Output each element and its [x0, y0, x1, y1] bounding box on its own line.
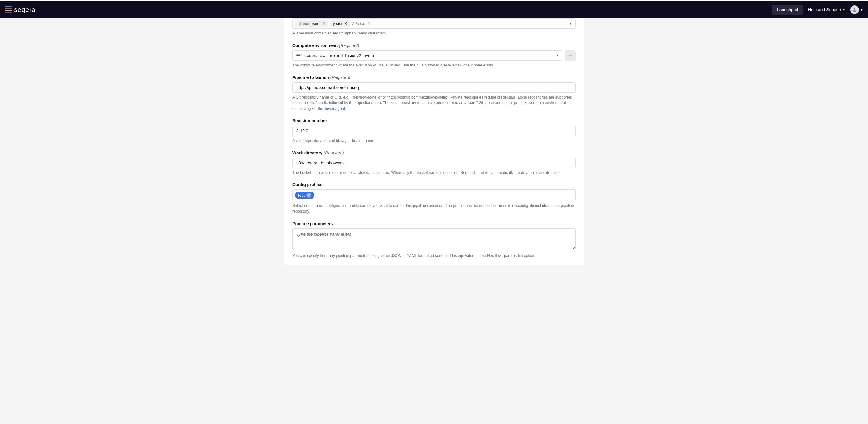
labels-help-text: A label must contain at least 2 alphanum…	[292, 31, 576, 36]
compute-environment-help: The compute environment where the execut…	[292, 63, 576, 68]
header-right: Launchpad Help and Support ▼ ▼	[772, 5, 863, 14]
tower-agent-link[interactable]: Tower agent	[324, 106, 345, 111]
form-card: aligner_rsem ✕ yeast ✕ ▼ A label must co…	[284, 18, 584, 265]
pipeline-to-launch-label: Pipeline to launch (Required)	[292, 75, 576, 80]
work-directory-input[interactable]	[292, 158, 576, 168]
main-content: aligner_rsem ✕ yeast ✕ ▼ A label must co…	[0, 18, 868, 265]
compute-environment-value: seqera_aws_ireland_fusionv2_nvme	[305, 53, 374, 58]
compute-environment-row: aws seqera_aws_ireland_fusionv2_nvme ▼ +	[292, 50, 576, 61]
required-marker: (Required)	[330, 75, 350, 80]
add-compute-environment-button[interactable]: +	[565, 50, 576, 61]
pipeline-parameters-label: Pipeline parameters	[292, 221, 576, 226]
config-profiles-label: Config profiles	[292, 182, 576, 187]
revision-number-label: Revision number	[292, 118, 576, 123]
launchpad-button[interactable]: Launchpad	[772, 5, 803, 14]
labels-input[interactable]: aligner_rsem ✕ yeast ✕ ▼	[292, 18, 576, 29]
label-chip: aligner_rsem ✕	[295, 21, 329, 27]
compute-environment-label: Compute environment (Required)	[292, 43, 576, 48]
close-icon[interactable]: ✕	[322, 21, 326, 26]
config-profiles-help: Select one or more configuration profile…	[292, 203, 576, 215]
avatar	[850, 5, 859, 14]
config-profiles-input[interactable]: test ✕	[292, 189, 576, 201]
pipeline-to-launch-group: Pipeline to launch (Required) A Git repo…	[292, 75, 576, 112]
help-support-label: Help and Support	[808, 7, 841, 12]
app-header: seqera Launchpad Help and Support ▼ ▼	[0, 1, 868, 18]
help-text-post: .	[345, 106, 346, 111]
label-text: Compute environment	[292, 43, 338, 48]
logo-icon	[5, 6, 11, 13]
chevron-down-icon: ▼	[556, 54, 559, 57]
revision-number-input[interactable]	[292, 126, 576, 136]
profile-chip-text: test	[298, 193, 305, 198]
config-profiles-group: Config profiles test ✕ Select one or mor…	[292, 182, 576, 215]
label-text: Pipeline to launch	[292, 75, 329, 80]
required-marker: (Required)	[323, 151, 344, 155]
pipeline-parameters-group: Pipeline parameters You can specify here…	[292, 221, 576, 259]
pipeline-parameters-textarea[interactable]	[292, 228, 576, 250]
label-chip-text: aligner_rsem	[298, 21, 320, 26]
revision-help-text: A valid repository commit Id, tag or bra…	[292, 138, 576, 144]
help-support-menu[interactable]: Help and Support ▼	[808, 7, 845, 12]
user-menu[interactable]: ▼	[850, 5, 863, 14]
svg-point-0	[854, 8, 856, 10]
label-chip-text: yeast	[333, 21, 342, 26]
chevron-down-icon: ▼	[842, 8, 845, 11]
aws-icon: aws	[296, 54, 302, 57]
revision-number-group: Revision number A valid repository commi…	[292, 118, 576, 144]
work-directory-label: Work directory (Required)	[292, 151, 576, 155]
close-icon[interactable]: ✕	[306, 193, 311, 198]
label-chip: yeast ✕	[330, 21, 350, 27]
brand-name: seqera	[14, 6, 35, 14]
profile-chip: test ✕	[295, 192, 314, 199]
brand-logo[interactable]: seqera	[5, 6, 35, 14]
pipeline-parameters-help: You can specify here any pipeline parame…	[292, 253, 576, 259]
label-text: Work directory	[292, 151, 322, 155]
required-marker: (Required)	[339, 43, 359, 48]
chevron-down-icon[interactable]: ▼	[569, 22, 572, 25]
compute-environment-select[interactable]: aws seqera_aws_ireland_fusionv2_nvme ▼	[292, 50, 562, 61]
work-directory-help: The bucket path where the pipeline scrat…	[292, 170, 576, 176]
add-labels-input[interactable]	[352, 21, 573, 26]
chevron-down-icon: ▼	[860, 8, 863, 11]
pipeline-to-launch-input[interactable]	[292, 83, 576, 93]
compute-environment-group: Compute environment (Required) aws seqer…	[292, 43, 576, 68]
pipeline-help-text: A Git repository name or URL e.g., "next…	[292, 95, 576, 112]
work-directory-group: Work directory (Required) The bucket pat…	[292, 151, 576, 176]
close-icon[interactable]: ✕	[344, 21, 348, 26]
